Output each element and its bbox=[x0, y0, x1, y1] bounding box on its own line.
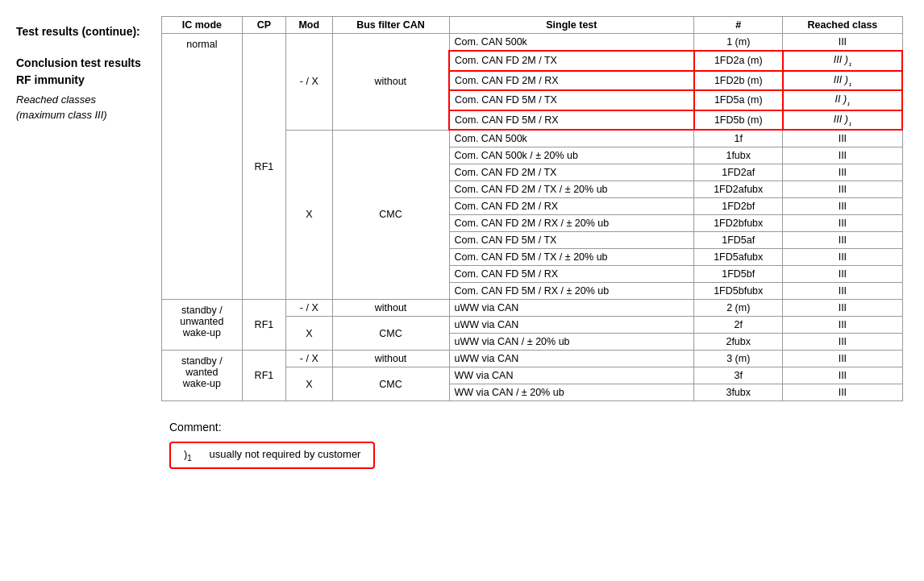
cell-bus-filter: CMC bbox=[332, 130, 449, 300]
col-reached-class: Reached class bbox=[783, 17, 902, 34]
cell-hash: 1FD5b (m) bbox=[694, 110, 783, 131]
cell-mod: - / X bbox=[286, 34, 332, 131]
cell-bus-filter: CMC bbox=[332, 317, 449, 351]
cell-single-test: Com. CAN FD 2M / TX bbox=[449, 51, 694, 71]
cell-hash: 2f bbox=[694, 317, 783, 334]
cell-reached-class: II )₁ bbox=[783, 90, 902, 110]
cell-single-test: uWW via CAN bbox=[449, 351, 694, 367]
cell-single-test: uWW via CAN bbox=[449, 300, 694, 317]
col-cp: CP bbox=[242, 17, 285, 34]
cell-single-test: uWW via CAN bbox=[449, 317, 694, 334]
cell-mod: X bbox=[286, 317, 332, 351]
cell-single-test: Com. CAN 500k bbox=[449, 130, 694, 147]
cell-hash: 1FD5af bbox=[694, 232, 783, 249]
cell-single-test: Com. CAN FD 2M / RX bbox=[449, 198, 694, 215]
table-row: standby / wanted wake-upRF1- / Xwithoutu… bbox=[162, 351, 903, 367]
cell-hash: 1FD2b (m) bbox=[694, 71, 783, 91]
cell-hash: 1FD2a (m) bbox=[694, 51, 783, 71]
cell-single-test: Com. CAN FD 2M / TX bbox=[449, 164, 694, 181]
comment-box: )1 usually not required by customer bbox=[169, 442, 375, 469]
cell-hash: 3 (m) bbox=[694, 351, 783, 367]
cell-hash: 1 (m) bbox=[694, 34, 783, 52]
cell-reached-class: III bbox=[783, 130, 902, 147]
cell-reached-class: III bbox=[783, 249, 902, 266]
reached-label: Reached classes (maximum class III) bbox=[16, 92, 145, 123]
cell-hash: 1fubx bbox=[694, 147, 783, 164]
page-title: Test results (continue): bbox=[16, 24, 145, 40]
right-panel: IC mode CP Mod Bus filter CAN Single tes… bbox=[161, 16, 903, 469]
cell-single-test: Com. CAN 500k / ± 20% ub bbox=[449, 147, 694, 164]
cell-reached-class: III bbox=[783, 266, 902, 283]
cell-reached-class: III )₁ bbox=[783, 51, 902, 71]
cell-bus-filter: without bbox=[332, 34, 449, 131]
cell-reached-class: III bbox=[783, 367, 902, 384]
cell-hash: 1FD5a (m) bbox=[694, 90, 783, 110]
cell-single-test: Com. CAN FD 5M / TX bbox=[449, 90, 694, 110]
cell-single-test: Com. CAN FD 5M / TX bbox=[449, 232, 694, 249]
cell-single-test: WW via CAN bbox=[449, 367, 694, 384]
cell-reached-class: III bbox=[783, 164, 902, 181]
cell-mod: X bbox=[286, 367, 332, 401]
cell-ic-mode: normal bbox=[162, 34, 243, 300]
cell-hash: 1FD5bf bbox=[694, 266, 783, 283]
cell-reached-class: III bbox=[783, 283, 902, 300]
cell-single-test: uWW via CAN / ± 20% ub bbox=[449, 334, 694, 351]
cell-mod: - / X bbox=[286, 351, 332, 367]
cell-single-test: WW via CAN / ± 20% ub bbox=[449, 384, 694, 401]
comment-label: Comment: bbox=[169, 421, 903, 434]
cell-hash: 1f bbox=[694, 130, 783, 147]
cell-single-test: Com. CAN FD 5M / TX / ± 20% ub bbox=[449, 249, 694, 266]
cell-reached-class: III bbox=[783, 181, 902, 198]
table-row: standby / unwanted wake-upRF1- / Xwithou… bbox=[162, 300, 903, 317]
cell-reached-class: III )₁ bbox=[783, 71, 902, 91]
cell-cp: RF1 bbox=[242, 351, 285, 401]
cell-single-test: Com. CAN FD 5M / RX bbox=[449, 266, 694, 283]
cell-hash: 3fubx bbox=[694, 384, 783, 401]
col-mod: Mod bbox=[286, 17, 332, 34]
comment-text: )1 usually not required by customer bbox=[184, 448, 360, 460]
left-panel: Test results (continue): Conclusion test… bbox=[16, 16, 145, 469]
cell-hash: 1FD2bfubx bbox=[694, 215, 783, 232]
cell-cp: RF1 bbox=[242, 34, 285, 300]
cell-bus-filter: CMC bbox=[332, 367, 449, 401]
cell-reached-class: III bbox=[783, 232, 902, 249]
cell-single-test: Com. CAN FD 5M / RX / ± 20% ub bbox=[449, 283, 694, 300]
cell-single-test: Com. CAN 500k bbox=[449, 34, 694, 52]
cell-single-test: Com. CAN FD 5M / RX bbox=[449, 110, 694, 131]
cell-mod: X bbox=[286, 130, 332, 300]
cell-hash: 2 (m) bbox=[694, 300, 783, 317]
col-hash: # bbox=[694, 17, 783, 34]
cell-reached-class: III bbox=[783, 215, 902, 232]
cell-mod: - / X bbox=[286, 300, 332, 317]
col-ic-mode: IC mode bbox=[162, 17, 243, 34]
cell-reached-class: III bbox=[783, 147, 902, 164]
cell-reached-class: III bbox=[783, 351, 902, 367]
cell-reached-class: III bbox=[783, 384, 902, 401]
cell-reached-class: III bbox=[783, 198, 902, 215]
table-row: normalRF1- / XwithoutCom. CAN 500k1 (m)I… bbox=[162, 34, 903, 52]
cell-ic-mode: standby / unwanted wake-up bbox=[162, 300, 243, 351]
results-table: IC mode CP Mod Bus filter CAN Single tes… bbox=[161, 16, 903, 401]
cell-single-test: Com. CAN FD 2M / RX / ± 20% ub bbox=[449, 215, 694, 232]
cell-reached-class: III bbox=[783, 334, 902, 351]
col-single-test: Single test bbox=[449, 17, 694, 34]
cell-bus-filter: without bbox=[332, 351, 449, 367]
cell-ic-mode: standby / wanted wake-up bbox=[162, 351, 243, 401]
cell-cp: RF1 bbox=[242, 300, 285, 351]
cell-reached-class: III bbox=[783, 300, 902, 317]
cell-hash: 1FD2af bbox=[694, 164, 783, 181]
cell-single-test: Com. CAN FD 2M / RX bbox=[449, 71, 694, 91]
cell-hash: 2fubx bbox=[694, 334, 783, 351]
cell-reached-class: III )₁ bbox=[783, 110, 902, 131]
comment-section: Comment: )1 usually not required by cust… bbox=[169, 421, 903, 469]
cell-hash: 3f bbox=[694, 367, 783, 384]
cell-hash: 1FD5afubx bbox=[694, 249, 783, 266]
cell-reached-class: III bbox=[783, 34, 902, 52]
cell-hash: 1FD2afubx bbox=[694, 181, 783, 198]
conclusion-title: Conclusion test results RF immunity bbox=[16, 55, 145, 89]
cell-hash: 1FD2bf bbox=[694, 198, 783, 215]
page-container: Test results (continue): Conclusion test… bbox=[16, 16, 903, 469]
cell-single-test: Com. CAN FD 2M / TX / ± 20% ub bbox=[449, 181, 694, 198]
cell-bus-filter: without bbox=[332, 300, 449, 317]
col-bus-filter: Bus filter CAN bbox=[332, 17, 449, 34]
